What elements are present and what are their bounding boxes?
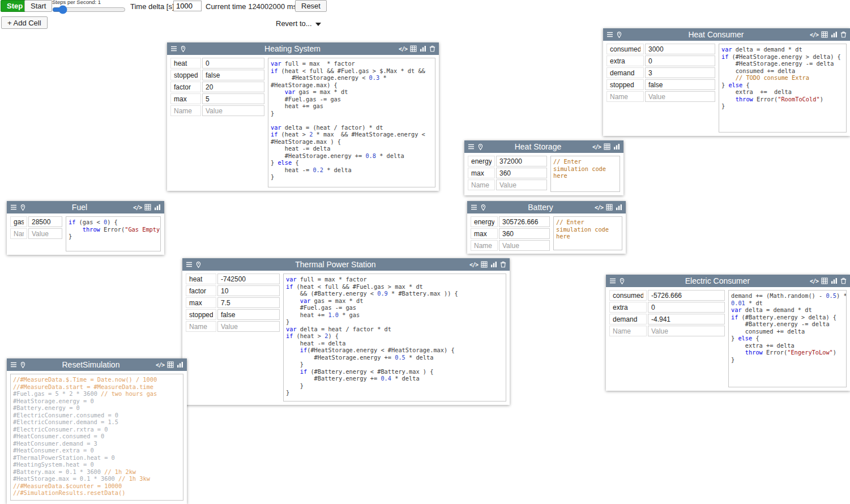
property-name-input[interactable] (471, 240, 498, 251)
property-name-input[interactable] (186, 274, 216, 284)
property-value-input[interactable] (496, 168, 547, 178)
table-icon[interactable] (167, 361, 174, 369)
menu-icon[interactable] (609, 277, 616, 285)
location-pin-icon[interactable] (619, 277, 625, 285)
property-value-input[interactable] (217, 274, 280, 284)
property-value-input[interactable] (645, 44, 715, 54)
property-value-input[interactable] (28, 216, 62, 227)
property-value-input[interactable] (645, 55, 715, 66)
property-name-input[interactable] (170, 82, 201, 92)
location-pin-icon[interactable] (616, 31, 622, 39)
chart-icon[interactable] (616, 203, 622, 211)
property-value-input[interactable] (645, 91, 715, 102)
code-icon[interactable]: </> (595, 203, 603, 211)
code-icon[interactable]: </> (133, 203, 142, 211)
code-icon[interactable]: </> (810, 277, 818, 285)
code-editor[interactable]: //#MeasureData.$.Time = Date.now() / 100… (10, 374, 183, 501)
property-value-input[interactable] (499, 240, 550, 251)
property-value-input[interactable] (496, 180, 547, 190)
property-name-input[interactable] (170, 58, 201, 69)
table-icon[interactable] (604, 143, 610, 151)
card-header[interactable]: ResetSimulation </> (7, 358, 187, 371)
location-pin-icon[interactable] (195, 260, 202, 268)
code-editor[interactable]: demand += (Math.random() - 0.5) * 0.01 *… (728, 290, 847, 387)
property-value-input[interactable] (499, 216, 550, 227)
steps-per-second-slider[interactable] (52, 6, 126, 13)
property-name-input[interactable] (468, 168, 495, 178)
property-name-input[interactable] (186, 309, 216, 320)
property-value-input[interactable] (496, 156, 547, 166)
menu-icon[interactable] (10, 361, 17, 369)
chart-icon[interactable] (154, 203, 161, 211)
property-value-input[interactable] (648, 326, 725, 336)
code-editor[interactable]: // Enter simulation code here (550, 156, 620, 192)
chart-icon[interactable] (831, 277, 838, 285)
property-name-input[interactable] (609, 302, 647, 313)
table-icon[interactable] (606, 203, 613, 211)
property-name-input[interactable] (471, 228, 498, 239)
property-value-input[interactable] (648, 314, 725, 324)
card-header[interactable]: Heating System </> (167, 42, 439, 55)
property-value-input[interactable] (202, 58, 264, 69)
trash-icon[interactable] (840, 277, 847, 285)
property-name-input[interactable] (606, 44, 644, 54)
property-value-input[interactable] (648, 302, 725, 313)
property-value-input[interactable] (217, 297, 280, 308)
chart-icon[interactable] (831, 31, 838, 39)
card-header[interactable]: Thermal Power Station </> (182, 258, 510, 271)
code-icon[interactable]: </> (399, 45, 407, 53)
code-icon[interactable]: </> (810, 31, 818, 39)
property-name-input[interactable] (170, 70, 201, 80)
code-editor[interactable]: if (gas < 0) { throw Error("Gas Empty") … (66, 216, 161, 251)
chart-icon[interactable] (490, 260, 497, 268)
property-name-input[interactable] (606, 55, 644, 66)
chart-icon[interactable] (420, 45, 426, 53)
property-value-input[interactable] (217, 309, 280, 320)
location-pin-icon[interactable] (480, 203, 486, 211)
property-value-input[interactable] (28, 228, 62, 239)
menu-icon[interactable] (606, 31, 613, 39)
trash-icon[interactable] (429, 45, 435, 53)
table-icon[interactable] (821, 277, 828, 285)
card-header[interactable]: Fuel </> (7, 201, 164, 213)
card-header[interactable]: Battery </> (467, 201, 626, 213)
property-value-input[interactable] (202, 70, 264, 80)
card-header[interactable]: Electric Consumer </> (606, 275, 850, 287)
property-value-input[interactable] (645, 79, 715, 90)
table-icon[interactable] (821, 31, 828, 39)
property-name-input[interactable] (170, 105, 201, 116)
reset-button[interactable]: Reset (295, 0, 327, 12)
table-icon[interactable] (481, 260, 488, 268)
code-icon[interactable]: </> (156, 361, 164, 369)
property-value-input[interactable] (202, 93, 264, 104)
code-editor[interactable]: var full = max * factor if (heat < full … (268, 58, 435, 187)
property-name-input[interactable] (10, 216, 27, 227)
menu-icon[interactable] (471, 203, 477, 211)
trash-icon[interactable] (500, 260, 506, 268)
add-cell-button[interactable]: + Add Cell (1, 16, 48, 29)
property-name-input[interactable] (606, 79, 644, 90)
property-name-input[interactable] (468, 156, 495, 166)
property-name-input[interactable] (606, 91, 644, 102)
chart-icon[interactable] (613, 143, 620, 151)
location-pin-icon[interactable] (20, 361, 26, 369)
property-value-input[interactable] (645, 67, 715, 78)
menu-icon[interactable] (186, 260, 193, 268)
code-icon[interactable]: </> (592, 143, 601, 151)
location-pin-icon[interactable] (20, 203, 26, 211)
location-pin-icon[interactable] (477, 143, 484, 151)
property-value-input[interactable] (202, 105, 264, 116)
code-editor[interactable]: var full = max * factor if (heat < full … (283, 274, 506, 402)
property-name-input[interactable] (186, 321, 216, 332)
chart-icon[interactable] (177, 361, 183, 369)
code-editor[interactable]: var delta = demand * dt if (#HeatStorage… (719, 44, 847, 133)
property-name-input[interactable] (468, 180, 495, 190)
property-value-input[interactable] (217, 285, 280, 296)
card-header[interactable]: Heat Storage </> (464, 140, 623, 153)
property-name-input[interactable] (606, 67, 644, 78)
menu-icon[interactable] (170, 45, 177, 53)
property-name-input[interactable] (186, 285, 216, 296)
property-name-input[interactable] (10, 228, 27, 239)
start-button[interactable]: Start (24, 0, 52, 12)
property-value-input[interactable] (217, 321, 280, 332)
